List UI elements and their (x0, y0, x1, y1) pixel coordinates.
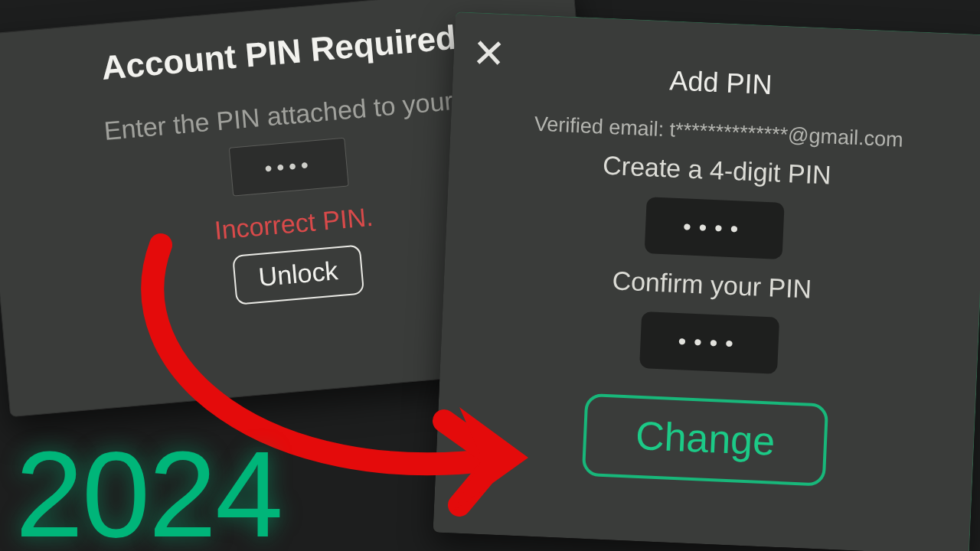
add-pin-dialog: ✕ Add PIN Verified email: t*************… (433, 11, 980, 551)
confirm-pin-input[interactable]: •••• (639, 311, 779, 374)
create-pin-input[interactable]: •••• (645, 197, 785, 259)
pin-input[interactable]: •••• (229, 138, 349, 197)
confirm-pin-label: Confirm your PIN (443, 259, 980, 311)
unlock-button[interactable]: Unlock (232, 244, 364, 305)
dialog-title: Add PIN (452, 55, 980, 110)
thumbnail-stage: ✕ Account PIN Required Enter the PIN att… (0, 0, 980, 551)
year-overlay: 2024 (15, 433, 282, 551)
change-button[interactable]: Change (582, 393, 829, 487)
